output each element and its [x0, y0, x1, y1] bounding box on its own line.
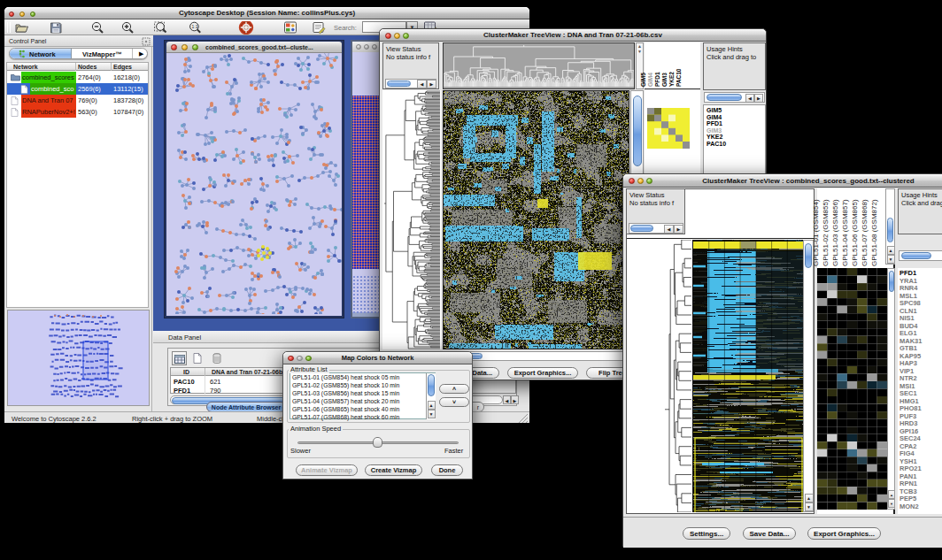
svg-text:1:1: 1:1 — [192, 24, 198, 29]
